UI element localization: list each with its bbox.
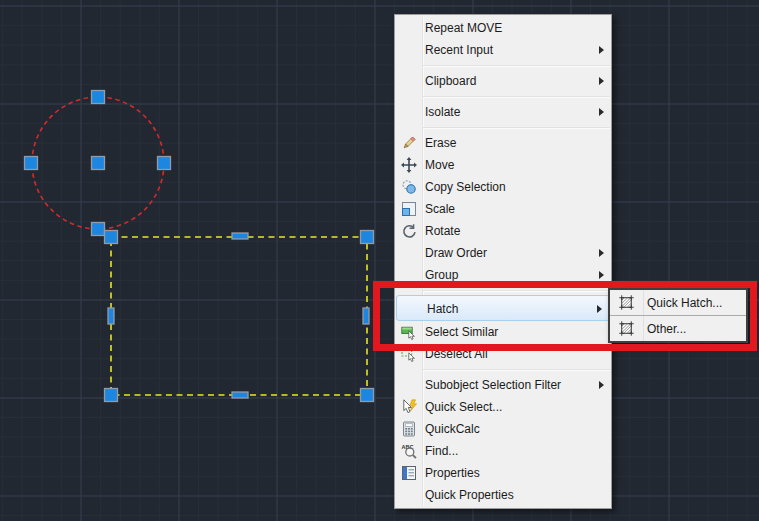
submenu-arrow-icon xyxy=(597,305,602,313)
menu-item-label: Erase xyxy=(425,136,456,150)
drawing-canvas[interactable]: Repeat MOVERecent InputClipboardIsolateE… xyxy=(0,0,759,521)
scale-icon xyxy=(395,201,422,217)
menu-item-label: Move xyxy=(425,158,454,172)
menu-item-label: Deselect All xyxy=(425,347,488,361)
submenu-item-other[interactable]: Other... xyxy=(610,316,746,341)
menu-item-scale[interactable]: Scale xyxy=(395,198,611,220)
grip[interactable] xyxy=(232,233,248,239)
submenu-item-quick-hatch[interactable]: Quick Hatch... xyxy=(610,290,746,315)
drawing-layer xyxy=(0,0,759,521)
menu-item-copy-selection[interactable]: Copy Selection xyxy=(395,176,611,198)
erase-icon xyxy=(395,135,422,151)
grip[interactable] xyxy=(92,91,105,104)
menu-item-deselect-all[interactable]: Deselect All xyxy=(395,343,611,365)
grip[interactable] xyxy=(92,157,105,170)
menu-item-draw-order[interactable]: Draw Order xyxy=(395,242,611,264)
menu-item-label: QuickCalc xyxy=(425,422,480,436)
menu-item-label: Group xyxy=(425,268,458,282)
menu-separator xyxy=(395,123,611,132)
selected-rectangle[interactable] xyxy=(111,237,367,395)
menu-separator xyxy=(395,92,611,101)
submenu-arrow-icon xyxy=(599,271,604,279)
menu-item-label: Scale xyxy=(425,202,455,216)
menu-item-recent-input[interactable]: Recent Input xyxy=(395,39,611,61)
hatch-icon xyxy=(610,320,643,337)
menu-item-label: Recent Input xyxy=(425,43,493,57)
move-icon xyxy=(395,157,422,173)
menu-item-quick-properties[interactable]: Quick Properties xyxy=(395,484,611,506)
menu-item-label: Draw Order xyxy=(425,246,487,260)
menu-item-find[interactable]: ABCFind... xyxy=(395,440,611,462)
menu-item-label: Subobject Selection Filter xyxy=(425,378,561,392)
grip[interactable] xyxy=(361,389,374,402)
properties-icon xyxy=(395,465,422,481)
grip[interactable] xyxy=(361,231,374,244)
menu-item-properties[interactable]: Properties xyxy=(395,462,611,484)
menu-item-label: Quick Properties xyxy=(425,488,514,502)
submenu-item-label: Quick Hatch... xyxy=(647,296,722,310)
menu-item-clipboard[interactable]: Clipboard xyxy=(395,70,611,92)
menu-item-label: Properties xyxy=(425,466,480,480)
submenu-arrow-icon xyxy=(599,77,604,85)
menu-separator xyxy=(395,365,611,374)
submenu-arrow-icon xyxy=(599,381,604,389)
menu-separator xyxy=(395,61,611,70)
menu-item-quick-select[interactable]: Quick Select... xyxy=(395,396,611,418)
menu-item-select-similar[interactable]: Select Similar xyxy=(395,321,611,343)
menu-item-subobject-selection-filter[interactable]: Subobject Selection Filter xyxy=(395,374,611,396)
menu-item-label: Copy Selection xyxy=(425,180,506,194)
menu-separator xyxy=(395,286,611,295)
grip[interactable] xyxy=(105,389,118,402)
grip[interactable] xyxy=(108,308,114,324)
menu-item-label: Quick Select... xyxy=(425,400,502,414)
menu-item-repeat-move[interactable]: Repeat MOVE xyxy=(395,17,611,39)
menu-item-hatch[interactable]: Hatch xyxy=(396,295,610,321)
menu-item-label: Select Similar xyxy=(425,325,498,339)
deselect-all-icon xyxy=(395,346,422,362)
menu-item-move[interactable]: Move xyxy=(395,154,611,176)
context-menu: Repeat MOVERecent InputClipboardIsolateE… xyxy=(394,14,612,509)
menu-item-erase[interactable]: Erase xyxy=(395,132,611,154)
find-icon: ABC xyxy=(395,443,422,459)
grip[interactable] xyxy=(232,392,248,398)
submenu-arrow-icon xyxy=(599,249,604,257)
grip[interactable] xyxy=(105,231,118,244)
hatch-icon xyxy=(610,294,643,311)
menu-item-label: Isolate xyxy=(425,105,460,119)
grip[interactable] xyxy=(25,157,38,170)
select-similar-icon xyxy=(395,324,422,340)
menu-item-quickcalc[interactable]: QuickCalc xyxy=(395,418,611,440)
submenu-arrow-icon xyxy=(599,46,604,54)
quickcalc-icon xyxy=(395,421,422,437)
menu-item-label: Hatch xyxy=(427,302,458,316)
submenu-arrow-icon xyxy=(599,108,604,116)
menu-item-label: Rotate xyxy=(425,224,460,238)
grip[interactable] xyxy=(158,157,171,170)
rotate-icon xyxy=(395,223,422,239)
hatch-submenu: Quick Hatch...Other... xyxy=(608,288,748,343)
menu-item-rotate[interactable]: Rotate xyxy=(395,220,611,242)
quick-select-icon xyxy=(395,399,422,415)
menu-item-label: Repeat MOVE xyxy=(425,21,502,35)
menu-item-isolate[interactable]: Isolate xyxy=(395,101,611,123)
menu-item-label: Find... xyxy=(425,444,458,458)
grip[interactable] xyxy=(363,308,369,324)
copy-selection-icon xyxy=(395,179,422,195)
menu-item-label: Clipboard xyxy=(425,74,476,88)
menu-item-group[interactable]: Group xyxy=(395,264,611,286)
submenu-item-label: Other... xyxy=(647,322,686,336)
grip[interactable] xyxy=(92,223,105,236)
